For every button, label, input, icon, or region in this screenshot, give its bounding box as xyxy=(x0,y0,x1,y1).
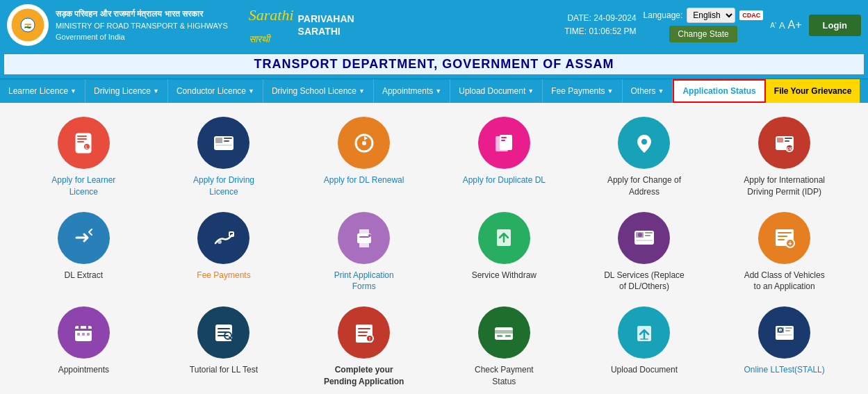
svg-rect-52 xyxy=(82,333,85,336)
upload-document-item[interactable]: Upload Document xyxy=(578,306,711,388)
nav-others[interactable]: Others ▼ xyxy=(623,79,673,103)
svg-rect-50 xyxy=(86,325,88,329)
svg-rect-70 xyxy=(640,338,648,340)
duplicate-dl-label: Apply for Duplicate DL xyxy=(463,174,546,186)
upload-document-icon xyxy=(618,306,670,359)
svg-rect-10 xyxy=(215,138,222,143)
svg-rect-55 xyxy=(218,328,230,329)
nav-upload-document[interactable]: Upload Document ▼ xyxy=(450,79,543,103)
svg-point-15 xyxy=(362,141,366,145)
svg-text:LL: LL xyxy=(778,329,783,333)
apply-dl-renewal-item[interactable]: Apply for DL Renewal xyxy=(297,117,431,198)
international-permit-item[interactable]: IDP Apply for International Driving Perm… xyxy=(718,117,851,198)
change-address-icon xyxy=(618,117,670,169)
chevron-down-icon: ▼ xyxy=(248,88,254,95)
online-ll-test-label: Online LLTest(STALL) xyxy=(744,364,825,376)
language-row: Language: English हिन्दी CDAC xyxy=(644,8,764,23)
svg-point-37 xyxy=(638,233,642,237)
apply-learner-licence-item[interactable]: L Apply for Learner Licence xyxy=(17,117,151,198)
language-label: Language: xyxy=(644,10,683,20)
icon-grid: L Apply for Learner Licence Apply for Dr… xyxy=(17,117,851,388)
nav-driving-school-licence[interactable]: Driving School Licence ▼ xyxy=(263,79,374,103)
main-navbar: Learner Licence ▼ Driving Licence ▼ Cond… xyxy=(0,79,868,103)
font-normal-button[interactable]: A xyxy=(779,20,785,31)
dl-services-item[interactable]: DL Services (Replace of DL/Others) xyxy=(578,212,711,293)
apply-duplicate-dl-item[interactable]: Apply for Duplicate DL xyxy=(438,117,571,198)
add-class-vehicles-label: Add Class of Vehicles to an Application xyxy=(743,270,826,293)
sarathi-logo: Sarathi सारथी PARIVAHAN SARATHI xyxy=(249,3,354,47)
dl-extract-label: DL Extract xyxy=(65,270,104,281)
svg-rect-38 xyxy=(645,232,653,233)
driving-licence-icon xyxy=(197,117,249,169)
svg-rect-11 xyxy=(224,138,232,139)
svg-rect-57 xyxy=(218,335,229,336)
print-forms-label: Print Application Forms xyxy=(322,270,406,293)
add-class-vehicles-icon: + xyxy=(758,212,810,264)
apply-driving-licence-item[interactable]: Apply for Driving Licence xyxy=(157,117,290,198)
ministry-english: MINISTRY OF ROAD TRANSPORT & HIGHWAYS xyxy=(56,20,228,32)
online-ll-test-icon: LL xyxy=(758,306,810,359)
sarathi-brand: Sarathi सारथी xyxy=(249,3,294,47)
svg-rect-66 xyxy=(495,330,513,334)
svg-point-20 xyxy=(641,139,647,145)
font-large-button[interactable]: A+ xyxy=(788,19,802,31)
international-permit-label: Apply for International Driving Permit (… xyxy=(743,174,826,198)
svg-rect-40 xyxy=(636,240,653,241)
svg-rect-61 xyxy=(358,331,368,333)
svg-rect-27 xyxy=(229,232,234,236)
online-ll-test-item[interactable]: LL Online LLTest(STALL) xyxy=(718,306,851,388)
svg-point-28 xyxy=(218,240,222,244)
check-payment-status-item[interactable]: Check Payment Status xyxy=(438,306,571,388)
check-payment-status-label: Check Payment Status xyxy=(462,364,546,388)
svg-rect-19 xyxy=(501,140,505,141)
nav-application-status[interactable]: Application Status xyxy=(673,79,765,103)
svg-rect-13 xyxy=(215,145,232,146)
svg-point-33 xyxy=(368,234,371,237)
change-address-item[interactable]: Apply for Change of Address xyxy=(578,117,711,198)
nav-conductor-licence[interactable]: Conductor Licence ▼ xyxy=(168,79,263,103)
learner-licence-label: Apply for Learner Licence xyxy=(42,174,125,198)
font-small-button[interactable]: A' xyxy=(770,22,776,29)
dl-extract-icon xyxy=(58,212,110,264)
tutorial-ll-test-item[interactable]: Tutorial for LL Test xyxy=(157,306,290,388)
govt-label: Government of India xyxy=(56,31,228,43)
service-withdraw-item[interactable]: Service Withdraw xyxy=(438,212,571,293)
ministry-text: सड़क परिवहन और राजमार्ग मंत्रालय भारत सर… xyxy=(56,8,228,43)
fee-payments-item[interactable]: Fee Payments xyxy=(157,212,290,293)
svg-rect-43 xyxy=(778,236,787,237)
svg-rect-32 xyxy=(359,236,369,238)
svg-text:+: + xyxy=(788,240,792,247)
service-withdraw-label: Service Withdraw xyxy=(472,270,537,281)
international-permit-icon: IDP xyxy=(758,117,810,169)
svg-rect-24 xyxy=(785,140,789,142)
nav-driving-licence[interactable]: Driving Licence ▼ xyxy=(85,79,168,103)
driving-licence-label: Apply for Driving Licence xyxy=(182,174,265,198)
time-label: TIME: 01:06:52 PM xyxy=(564,25,636,38)
change-state-button[interactable]: Change State xyxy=(669,26,737,42)
nav-appointments[interactable]: Appointments ▼ xyxy=(374,79,450,103)
svg-rect-68 xyxy=(505,335,511,337)
print-forms-icon xyxy=(338,212,390,264)
dl-extract-item[interactable]: DL Extract xyxy=(17,212,151,293)
login-button[interactable]: Login xyxy=(809,15,861,36)
cdac-badge: CDAC xyxy=(739,10,763,20)
ministry-hindi: सड़क परिवहन और राजमार्ग मंत्रालय भारत सर… xyxy=(56,8,228,20)
pending-application-item[interactable]: ! Complete your Pending Application xyxy=(297,306,431,388)
language-select[interactable]: English हिन्दी xyxy=(687,8,735,23)
add-class-vehicles-item[interactable]: + Add Class of Vehicles to an Applicatio… xyxy=(718,212,851,293)
fee-payments-label: Fee Payments xyxy=(197,270,250,281)
svg-rect-73 xyxy=(785,327,792,329)
svg-rect-75 xyxy=(777,334,792,336)
svg-rect-22 xyxy=(777,138,783,142)
service-withdraw-icon xyxy=(478,212,530,264)
svg-rect-5 xyxy=(77,138,87,140)
chevron-down-icon: ▼ xyxy=(607,88,614,95)
appointments-item[interactable]: Appointments xyxy=(17,306,151,388)
nav-fee-payments[interactable]: Fee Payments ▼ xyxy=(543,79,622,103)
svg-rect-53 xyxy=(87,333,90,336)
print-forms-item[interactable]: Print Application Forms xyxy=(297,212,431,293)
nav-learner-licence[interactable]: Learner Licence ▼ xyxy=(0,79,85,103)
header-right: DATE: 24-09-2024 TIME: 01:06:52 PM Langu… xyxy=(564,8,861,42)
nav-file-grievance[interactable]: File Your Grievance xyxy=(766,79,860,103)
chevron-down-icon: ▼ xyxy=(527,88,534,95)
